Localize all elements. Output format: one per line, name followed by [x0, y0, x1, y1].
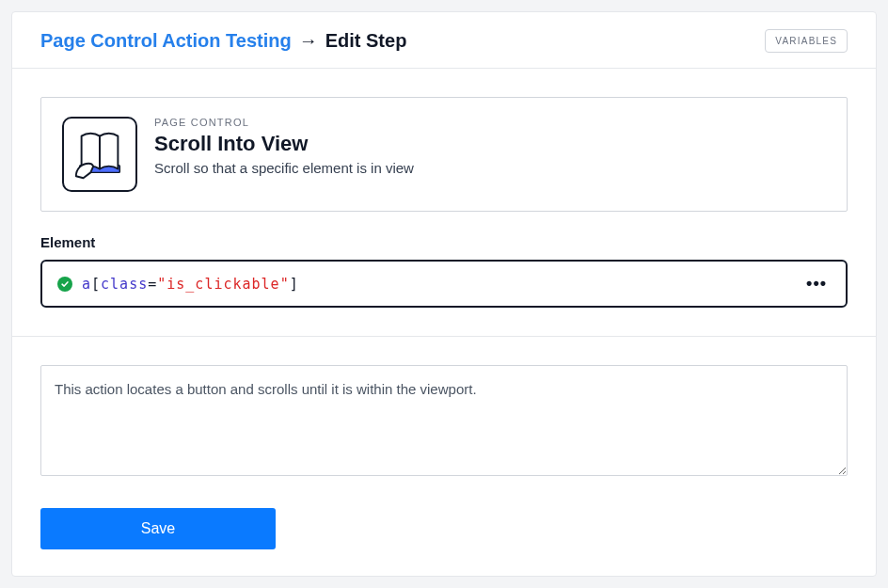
footer-section: Save — [12, 337, 876, 578]
action-text: PAGE CONTROL Scroll Into View Scroll so … — [154, 117, 414, 176]
action-title: Scroll Into View — [154, 132, 414, 156]
save-button[interactable]: Save — [40, 508, 276, 549]
element-selector-input[interactable]: a[class="is_clickable"] ••• — [40, 260, 848, 308]
breadcrumb: Page Control Action Testing → Edit Step — [40, 30, 406, 52]
selector-tag: a — [82, 276, 91, 293]
book-page-icon — [71, 125, 129, 183]
body-section: PAGE CONTROL Scroll Into View Scroll so … — [12, 69, 876, 337]
action-icon-container — [62, 117, 137, 192]
selector-value: "is_clickable" — [157, 276, 289, 293]
selector-eq: = — [148, 276, 157, 293]
breadcrumb-current: Edit Step — [325, 30, 407, 52]
variables-button[interactable]: VARIABLES — [765, 29, 848, 53]
selector-attr: class — [101, 276, 148, 293]
more-horizontal-icon[interactable]: ••• — [802, 274, 831, 294]
step-description-textarea[interactable] — [40, 365, 848, 476]
selector-open-bracket: [ — [91, 276, 101, 293]
selector-text: a[class="is_clickable"] — [82, 276, 793, 293]
edit-step-card: Page Control Action Testing → Edit Step … — [11, 11, 877, 577]
header: Page Control Action Testing → Edit Step … — [12, 12, 876, 69]
arrow-right-icon: → — [299, 30, 318, 52]
element-label: Element — [40, 234, 848, 250]
element-section: Element a[class="is_clickable"] ••• — [40, 234, 848, 308]
selector-close-bracket: ] — [290, 276, 299, 293]
check-circle-icon — [57, 277, 72, 292]
action-summary-box: PAGE CONTROL Scroll Into View Scroll so … — [40, 97, 848, 212]
action-category: PAGE CONTROL — [154, 117, 414, 128]
breadcrumb-parent-link[interactable]: Page Control Action Testing — [40, 30, 292, 52]
action-description: Scroll so that a specific element is in … — [154, 160, 414, 176]
